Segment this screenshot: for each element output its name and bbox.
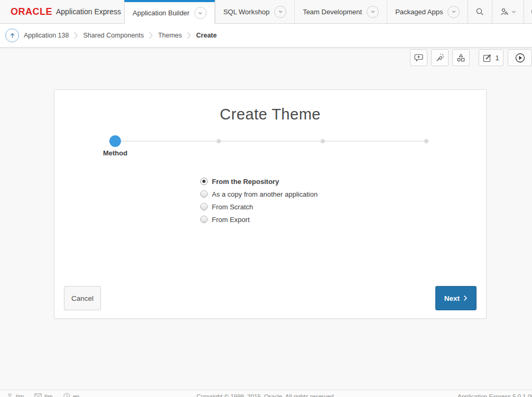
create-theme-wizard-card: Create Theme Method From the Repository … xyxy=(54,89,487,319)
radio-option-from-repository[interactable]: From the Repository xyxy=(200,175,318,188)
wizard-step-4-dot xyxy=(424,139,428,143)
page-title: Create Theme xyxy=(54,106,486,123)
top-navbar: ORACLE Application Express Application B… xyxy=(0,0,532,24)
search-icon xyxy=(475,7,484,16)
run-application-button[interactable] xyxy=(508,49,532,66)
flashlight-icon xyxy=(435,53,445,62)
shapes-icon xyxy=(456,53,465,62)
breadcrumb-item-themes[interactable]: Themes xyxy=(158,32,182,39)
radio-option-label: From Export xyxy=(212,216,250,224)
oracle-logo[interactable]: ORACLE Application Express xyxy=(0,0,124,23)
radio-option-from-export[interactable]: From Export xyxy=(200,213,318,226)
up-level-button[interactable] xyxy=(5,29,19,42)
radio-option-copy-from-application[interactable]: As a copy from another application xyxy=(200,188,318,200)
wizard-progress-track xyxy=(115,141,426,142)
chevron-down-icon[interactable] xyxy=(367,6,379,18)
chevron-right-icon xyxy=(148,31,153,40)
wizard-step-3-dot xyxy=(321,139,325,143)
next-button[interactable]: Next xyxy=(435,286,477,310)
chevron-right-icon xyxy=(463,295,468,301)
utilities-button[interactable] xyxy=(431,49,449,66)
radio-button-selected[interactable] xyxy=(200,178,208,185)
tab-label: Team Development xyxy=(303,8,362,16)
help-menu-button[interactable]: ? xyxy=(524,0,532,23)
footer-copyright: Copyright © 1999, 2015, Oracle. All righ… xyxy=(0,393,532,397)
tab-label: SQL Workshop xyxy=(223,8,269,16)
radio-button[interactable] xyxy=(200,216,208,223)
search-button[interactable] xyxy=(468,0,492,23)
chevron-down-icon[interactable] xyxy=(274,6,286,18)
tab-label: Packaged Apps xyxy=(395,8,443,16)
wizard-step-1-label: Method xyxy=(89,149,142,157)
tab-packaged-apps[interactable]: Packaged Apps xyxy=(387,0,468,23)
radio-option-from-scratch[interactable]: From Scratch xyxy=(200,200,318,213)
chevron-right-icon xyxy=(186,31,191,40)
navbar-utility-icons: ? xyxy=(468,0,532,23)
page-footer: tim tim en Copyright © 1999, 2015, Oracl… xyxy=(0,390,532,397)
chevron-down-icon[interactable] xyxy=(447,6,460,18)
chevron-down-icon[interactable] xyxy=(194,7,207,19)
administration-icon xyxy=(500,7,509,16)
feedback-button[interactable] xyxy=(410,49,427,66)
edit-page-icon xyxy=(483,53,492,62)
wizard-step-2-dot xyxy=(217,139,221,143)
tab-application-builder[interactable]: Application Builder xyxy=(124,0,215,24)
breadcrumb: Application 138 Shared Components Themes… xyxy=(5,24,217,47)
shared-components-button[interactable] xyxy=(452,49,470,66)
tab-sql-workshop[interactable]: SQL Workshop xyxy=(215,0,294,23)
chevron-right-icon xyxy=(73,31,78,40)
product-name-text: Application Express xyxy=(56,7,121,16)
play-icon xyxy=(515,53,525,63)
breadcrumb-item-shared-components[interactable]: Shared Components xyxy=(83,32,144,39)
footer-version: Application Express 5.0.1.00.06 xyxy=(458,393,532,397)
radio-option-label: From the Repository xyxy=(212,178,279,186)
chevron-down-icon xyxy=(511,10,516,14)
edit-page-number: 1 xyxy=(495,54,499,62)
feedback-bubble-icon xyxy=(414,53,424,62)
radio-button[interactable] xyxy=(200,203,208,210)
next-button-label: Next xyxy=(444,294,460,302)
edit-page-button[interactable]: 1 xyxy=(479,49,503,66)
cancel-button[interactable]: Cancel xyxy=(64,286,101,310)
radio-option-label: As a copy from another application xyxy=(212,190,318,198)
oracle-brand-text: ORACLE xyxy=(11,6,52,17)
breadcrumb-item-application[interactable]: Application 138 xyxy=(24,32,69,39)
page-toolbar: 1 xyxy=(410,49,532,66)
administration-menu-button[interactable] xyxy=(492,0,524,23)
radio-option-label: From Scratch xyxy=(212,203,253,211)
tab-label: Application Builder xyxy=(133,9,190,17)
tab-team-development[interactable]: Team Development xyxy=(294,0,387,23)
method-radio-group: From the Repository As a copy from anoth… xyxy=(200,175,318,226)
breadcrumb-item-create: Create xyxy=(196,32,217,39)
wizard-step-1-dot-active xyxy=(109,135,121,147)
breadcrumb-bar: Application 138 Shared Components Themes… xyxy=(0,24,532,48)
radio-button[interactable] xyxy=(200,190,208,198)
